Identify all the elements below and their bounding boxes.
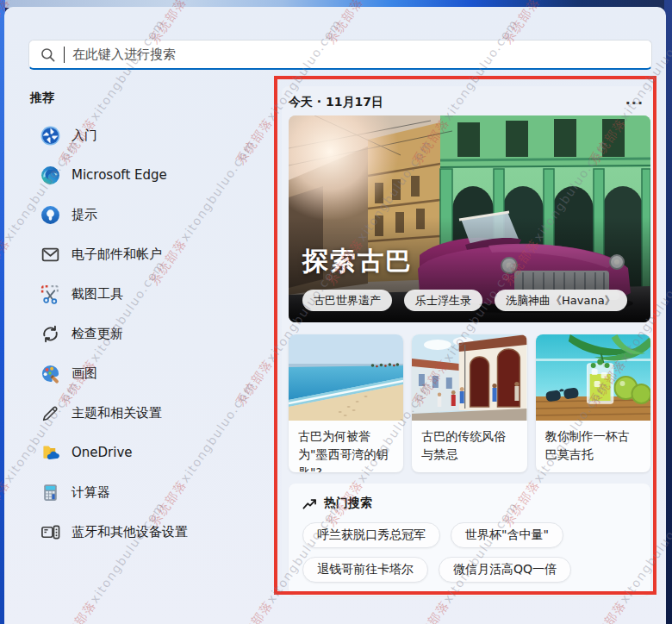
sidebar-item-label: 计算器 xyxy=(72,484,110,501)
card-cuba-mojito[interactable]: 教你制作一杯古巴莫吉托 xyxy=(536,334,650,472)
text-caret xyxy=(64,47,65,63)
hero-tags: 古巴世界遗产 乐士浮生录 洗脑神曲《Havana》 xyxy=(302,290,627,311)
devices-icon xyxy=(39,521,61,543)
sidebar-item-snipping-tool[interactable]: 截图工具 xyxy=(28,274,270,314)
sidebar-item-label: 画图 xyxy=(72,365,97,382)
sidebar-item-microsoft-edge[interactable]: Microsoft Edge xyxy=(28,155,270,195)
street-image xyxy=(412,334,526,421)
trending-row: 退钱哥前往卡塔尔 微信月活高QQ一倍 xyxy=(302,557,637,583)
onedrive-icon xyxy=(39,441,61,464)
recommended-heading: 推荐 xyxy=(30,90,54,106)
hero-title: 探索古巴 xyxy=(302,244,413,279)
sidebar-item-label: 提示 xyxy=(72,207,97,223)
sidebar-item-label: 截图工具 xyxy=(72,286,123,303)
sidebar-item-label: 主题和相关设置 xyxy=(72,405,162,421)
email-icon xyxy=(39,243,61,265)
trending-pill[interactable]: 世界杯"含中量" xyxy=(451,522,563,548)
trending-heading: 热门搜索 xyxy=(324,496,372,511)
sidebar-item-themes[interactable]: 主题和相关设置 xyxy=(28,393,270,433)
search-flyout-window: 在此键入进行搜索 推荐 入门 xyxy=(4,7,666,624)
hero-tag[interactable]: 古巴世界遗产 xyxy=(302,290,392,311)
sidebar-item-label: 蓝牙和其他设备设置 xyxy=(72,524,188,540)
sidebar-item-label: OneDrive xyxy=(72,445,133,460)
trending-pill[interactable]: 退钱哥前往卡塔尔 xyxy=(302,557,428,583)
trending-pill[interactable]: 微信月活高QQ一倍 xyxy=(439,557,571,583)
search-highlights-panel: 今天 · 11月17日 ··· xyxy=(282,86,657,598)
beach-image xyxy=(289,334,403,421)
sidebar-item-tips[interactable]: 提示 xyxy=(28,195,270,234)
sidebar-item-label: 入门 xyxy=(72,128,97,144)
date-header: 今天 · 11月17日 xyxy=(289,95,383,110)
hero-card-cuba[interactable]: 探索古巴 古巴世界遗产 乐士浮生录 洗脑神曲《Havana》 xyxy=(289,115,650,322)
search-input[interactable]: 在此键入进行搜索 xyxy=(28,40,652,70)
hero-tag[interactable]: 洗脑神曲《Havana》 xyxy=(495,290,627,311)
card-cuba-customs[interactable]: 古巴的传统风俗与禁忌 xyxy=(412,334,526,472)
sidebar-item-label: 检查更新 xyxy=(72,326,123,342)
snipping-tool-icon xyxy=(39,283,61,305)
refresh-icon xyxy=(39,322,61,345)
sidebar-item-calculator[interactable]: 计算器 xyxy=(28,472,270,512)
sidebar-item-check-updates[interactable]: 检查更新 xyxy=(28,314,270,353)
highlights-header: 今天 · 11月17日 ··· xyxy=(289,91,650,114)
trending-pills: 呼兰获脱口秀总冠军 世界杯"含中量" 退钱哥前往卡塔尔 微信月活高QQ一倍 xyxy=(302,522,637,583)
trending-icon xyxy=(302,496,317,511)
trending-section: 热门搜索 呼兰获脱口秀总冠军 世界杯"含中量" 退钱哥前往卡塔尔 微信月活高QQ… xyxy=(289,484,650,596)
edge-icon xyxy=(39,164,61,186)
calculator-icon xyxy=(39,481,61,503)
story-cards: 古巴为何被誉为"墨西哥湾的钥匙"? xyxy=(289,334,650,472)
sidebar-item-get-started[interactable]: 入门 xyxy=(28,115,270,155)
hero-tag[interactable]: 乐士浮生录 xyxy=(404,290,482,311)
pen-icon xyxy=(39,402,61,424)
card-title: 教你制作一杯古巴莫吉托 xyxy=(536,421,650,464)
trending-header: 热门搜索 xyxy=(302,496,637,511)
tips-icon xyxy=(39,203,61,226)
mojito-image xyxy=(536,334,650,421)
get-started-icon xyxy=(39,124,61,147)
card-title: 古巴的传统风俗与禁忌 xyxy=(412,421,526,464)
sidebar-item-paint[interactable]: 画图 xyxy=(28,353,270,393)
search-placeholder: 在此键入进行搜索 xyxy=(72,47,176,63)
trending-pill[interactable]: 呼兰获脱口秀总冠军 xyxy=(302,522,440,548)
sidebar-item-label: 电子邮件和帐户 xyxy=(72,246,162,263)
card-title: 古巴为何被誉为"墨西哥湾的钥匙"? xyxy=(289,421,403,472)
sidebar-item-label: Microsoft Edge xyxy=(72,167,167,183)
search-icon xyxy=(40,47,56,63)
recommended-list: 入门 Microsoft Edge xyxy=(28,115,270,552)
sidebar-item-email-accounts[interactable]: 电子邮件和帐户 xyxy=(28,234,270,274)
sidebar-item-onedrive[interactable]: OneDrive xyxy=(28,433,270,472)
paint-icon xyxy=(39,362,61,384)
sidebar-item-bluetooth-devices[interactable]: 蓝牙和其他设备设置 xyxy=(28,512,270,552)
card-cuba-key-gulf[interactable]: 古巴为何被誉为"墨西哥湾的钥匙"? xyxy=(289,334,403,472)
more-options-button[interactable]: ··· xyxy=(619,95,650,111)
trending-row: 呼兰获脱口秀总冠军 世界杯"含中量" xyxy=(302,522,637,548)
